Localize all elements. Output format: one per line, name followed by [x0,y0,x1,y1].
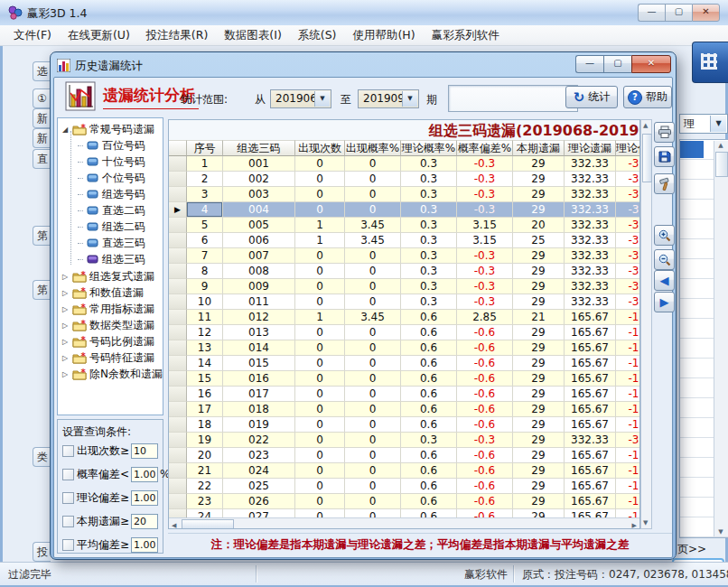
background-tab-fragment[interactable]: 选 [33,61,51,81]
table-cell[interactable]: -3 [616,187,639,202]
table-row[interactable]: 1101213.450.62.8521165.67-1 [169,310,639,325]
menu-item[interactable]: 使用帮助(H) [344,26,423,45]
table-cell[interactable]: 165.67 [565,402,616,417]
table-cell[interactable]: 29 [513,417,565,433]
table-cell[interactable]: 0 [345,494,401,509]
table-cell[interactable]: -0.3 [457,187,513,202]
save-button[interactable] [654,146,675,167]
table-cell[interactable]: 0 [345,279,401,294]
table-row[interactable]: 23026000.6-0.629165.67-1 [169,494,639,509]
table-cell[interactable]: 0.6 [401,310,457,325]
row-header-cell[interactable] [169,356,187,371]
tree-node-folder[interactable]: ▷*常用指标遗漏 [61,301,154,317]
table-cell[interactable]: -0.3 [457,172,513,187]
table-cell[interactable]: 1 [187,156,223,172]
table-cell[interactable]: 0 [345,248,401,264]
table-cell[interactable]: 21 [513,310,565,325]
table-cell[interactable]: 0 [345,294,401,310]
table-cell[interactable]: 0 [345,448,401,463]
column-header[interactable]: 概率偏差% [457,140,513,156]
table-cell[interactable]: 13 [187,340,223,356]
collapsed-icon[interactable]: ▷ [61,289,70,297]
table-cell[interactable]: -1 [616,463,639,479]
menu-item[interactable]: 系统(S) [290,26,345,45]
query-checkbox[interactable] [62,492,74,504]
row-header-cell[interactable] [169,233,187,248]
table-cell[interactable]: 12 [187,325,223,340]
table-cell[interactable]: 29 [513,264,565,279]
table-cell[interactable]: 0.3 [401,248,457,264]
table-cell[interactable]: -3 [616,218,639,233]
dialog-maximize-button[interactable]: ▢ [603,55,631,73]
tree-node-leaf[interactable]: 十位号码 [78,154,145,170]
table-cell[interactable]: 0 [295,402,345,417]
collapsed-icon[interactable]: ▷ [61,338,70,346]
row-header-cell[interactable] [169,371,187,387]
row-header-cell[interactable] [169,294,187,310]
background-tab-fragment[interactable]: 新 [33,128,51,148]
table-cell[interactable]: 018 [223,402,295,417]
table-cell[interactable]: 165.67 [565,325,616,340]
hscrollbar-thumb[interactable] [182,519,234,529]
help-button[interactable]: ? 帮助 [623,86,672,108]
column-header[interactable]: 理论偏差 [616,140,640,156]
table-cell[interactable]: 011 [223,294,295,310]
current-row-pointer[interactable]: ▶ [169,202,187,218]
table-cell[interactable]: -3 [616,233,639,248]
table-cell[interactable]: 0.3 [401,294,457,310]
table-cell[interactable]: 24 [187,509,223,517]
table-cell[interactable]: 016 [223,371,295,387]
table-row[interactable]: 18019000.6-0.629165.67-1 [169,417,639,433]
table-cell[interactable]: -1 [616,417,639,433]
table-cell[interactable]: 29 [513,294,565,310]
vscrollbar-thumb[interactable] [642,134,652,182]
table-cell[interactable]: -0.3 [457,433,513,448]
table-cell[interactable]: 1 [295,233,345,248]
table-cell[interactable]: 15 [187,371,223,387]
table-cell[interactable]: 0.6 [401,509,457,517]
table-cell[interactable]: 0 [295,356,345,371]
table-cell[interactable]: 001 [223,156,295,172]
table-cell[interactable]: 022 [223,433,295,448]
table-cell[interactable]: 332.33 [565,218,616,233]
zoom-out-button[interactable] [654,249,675,270]
table-cell[interactable]: 165.67 [565,479,616,494]
table-cell[interactable]: 23 [187,494,223,509]
table-cell[interactable]: 29 [513,448,565,463]
table-cell[interactable]: 0 [295,448,345,463]
table-cell[interactable]: -3 [616,202,639,218]
horizontal-scrollbar[interactable]: ◀ ▶ [169,517,639,529]
table-cell[interactable]: 0 [345,387,401,402]
table-cell[interactable]: 332.33 [565,172,616,187]
table-cell[interactable]: 0.6 [401,340,457,356]
table-row[interactable]: 8008000.3-0.329332.33-3 [169,264,639,279]
row-header-cell[interactable] [169,156,187,172]
table-cell[interactable]: 015 [223,356,295,371]
tree-node-root[interactable]: ◢*常规号码遗漏 [61,121,154,137]
row-header-cell[interactable] [169,172,187,187]
table-cell[interactable]: 0 [345,433,401,448]
column-header[interactable]: 出现次数 [295,140,345,156]
scroll-down-icon[interactable]: ▼ [714,528,727,536]
row-header-cell[interactable] [169,509,187,517]
table-row[interactable]: 12013000.6-0.629165.67-1 [169,325,639,340]
table-cell[interactable]: 017 [223,387,295,402]
table-cell[interactable]: 29 [513,371,565,387]
table-cell[interactable]: 006 [223,233,295,248]
row-header-cell[interactable] [169,433,187,448]
table-row[interactable]: 22025000.6-0.629165.67-1 [169,479,639,494]
table-cell[interactable]: 11 [187,310,223,325]
table-cell[interactable]: -1 [616,509,639,517]
table-cell[interactable]: 165.67 [565,494,616,509]
background-page-link[interactable]: 页>> [677,542,728,557]
table-cell[interactable]: 0 [345,264,401,279]
table-cell[interactable]: 0.6 [401,371,457,387]
table-cell[interactable]: 026 [223,494,295,509]
row-header-cell[interactable] [169,325,187,340]
collapsed-icon[interactable]: ▷ [61,305,70,313]
column-header[interactable]: 序号 [187,140,223,156]
vertical-scrollbar[interactable]: ▲ ▼ [640,119,652,529]
table-cell[interactable]: 21 [187,463,223,479]
background-tab-fragment[interactable]: 投 [33,542,51,562]
from-period-combo[interactable]: 2019068 ▼ [270,89,331,108]
